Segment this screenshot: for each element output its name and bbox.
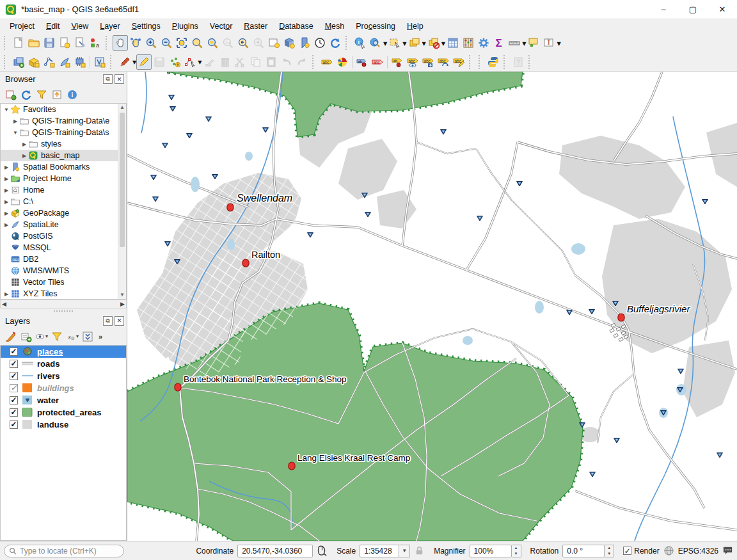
expand-arrow-icon[interactable]: ▶ bbox=[3, 199, 10, 205]
browser-hscrollbar[interactable]: ◀▶ bbox=[0, 300, 127, 308]
select-features-button[interactable] bbox=[387, 35, 402, 51]
layer-visibility-checkbox[interactable]: ✓ bbox=[10, 396, 18, 404]
layer-row-buildings[interactable]: ✓buildings bbox=[1, 382, 126, 394]
refresh-map-button[interactable] bbox=[328, 35, 343, 51]
toolbar-grip[interactable] bbox=[4, 36, 9, 50]
dock-splitter[interactable] bbox=[0, 308, 127, 314]
rotation-spinbox[interactable]: 0.0 ° ▲▼ bbox=[562, 545, 614, 557]
browser-item-basic-map[interactable]: ▶basic_map bbox=[1, 150, 126, 161]
open-attribute-table-button[interactable] bbox=[445, 35, 461, 51]
lock-scale-icon[interactable] bbox=[414, 545, 425, 556]
render-checkbox-box[interactable]: ✓ bbox=[623, 547, 631, 555]
measure-button[interactable] bbox=[507, 35, 522, 51]
toolbar-grip[interactable] bbox=[312, 55, 317, 69]
layer-labeling-options-button[interactable]: abc bbox=[319, 54, 335, 70]
menu-mesh[interactable]: Mesh bbox=[319, 20, 351, 32]
menu-vector[interactable]: Vector bbox=[204, 20, 238, 32]
zoom-out-button[interactable] bbox=[159, 35, 174, 51]
menu-raster[interactable]: Raster bbox=[238, 20, 273, 32]
move-label-diagram-button[interactable]: abc bbox=[420, 54, 436, 70]
messages-icon[interactable] bbox=[722, 545, 733, 556]
toolbar-grip[interactable] bbox=[4, 55, 9, 69]
layer-row-roads[interactable]: ✓roads bbox=[1, 358, 126, 370]
layer-visibility-checkbox[interactable]: ✓ bbox=[10, 384, 18, 392]
browser-item-mssql[interactable]: MSSQL bbox=[1, 242, 126, 253]
browser-item-postgis[interactable]: PostGIS bbox=[1, 230, 126, 242]
menu-processing[interactable]: Processing bbox=[350, 20, 401, 32]
identify-features-button[interactable]: i bbox=[353, 35, 368, 51]
text-annotation-dropdown-arrow[interactable]: ▾ bbox=[557, 38, 560, 48]
statistics-summary-button[interactable]: Σ bbox=[491, 35, 507, 51]
browser-item-c-[interactable]: ▶C:\ bbox=[1, 196, 126, 207]
toolbar-grip[interactable] bbox=[110, 55, 115, 69]
new-geopackage-layer-button[interactable] bbox=[26, 54, 42, 70]
magnifier-spin-buttons[interactable]: ▲▼ bbox=[512, 545, 521, 557]
scroll-up-arrow[interactable]: ▲ bbox=[118, 104, 126, 111]
layer-visibility-checkbox[interactable]: ✓ bbox=[10, 372, 18, 380]
coordinate-input[interactable]: 20.5470,-34.0360 bbox=[237, 545, 313, 557]
toolbar-grip[interactable] bbox=[479, 55, 484, 69]
close-button[interactable]: ✕ bbox=[708, 0, 737, 19]
rotate-label-button[interactable]: abc bbox=[436, 54, 451, 70]
new-3d-map-view-button[interactable] bbox=[281, 35, 297, 51]
menu-layer[interactable]: Layer bbox=[94, 20, 125, 32]
new-map-view-button[interactable] bbox=[266, 35, 281, 51]
deselect-features-button[interactable] bbox=[407, 35, 422, 51]
menu-edit[interactable]: Edit bbox=[40, 20, 66, 32]
filter-browser-button[interactable] bbox=[35, 88, 49, 102]
layer-visibility-checkbox[interactable]: ✓ bbox=[10, 360, 18, 368]
expand-arrow-icon[interactable]: ▶ bbox=[3, 291, 10, 297]
data-source-manager-button[interactable] bbox=[11, 54, 26, 70]
browser-item-wms-wmts[interactable]: WMS/WMTS bbox=[1, 265, 126, 276]
menu-plugins[interactable]: Plugins bbox=[166, 20, 204, 32]
maximize-button[interactable]: ▢ bbox=[678, 0, 708, 19]
toolbar-grip[interactable] bbox=[503, 55, 509, 69]
move-label-button[interactable]: ab bbox=[390, 54, 405, 70]
scale-dropdown-arrow[interactable]: ▼ bbox=[399, 545, 410, 557]
refresh-browser-button[interactable] bbox=[19, 88, 33, 102]
style-manager-button[interactable]: a bbox=[88, 35, 103, 51]
temporal-controller-button[interactable] bbox=[312, 35, 328, 51]
scroll-down-arrow[interactable]: ▼ bbox=[118, 291, 126, 299]
map-tips-button[interactable] bbox=[526, 35, 541, 51]
add-point-feature-button[interactable] bbox=[167, 54, 182, 70]
new-shapefile-layer-button[interactable] bbox=[42, 54, 57, 70]
manage-map-themes-button[interactable]: ▾ bbox=[35, 330, 49, 344]
zoom-in-button[interactable] bbox=[143, 35, 159, 51]
crs-value[interactable]: EPSG:4326 bbox=[678, 547, 718, 556]
python-console-button[interactable] bbox=[486, 54, 501, 70]
expand-arrow-icon[interactable]: ▶ bbox=[3, 164, 10, 170]
browser-vscrollbar[interactable]: ▲▼ bbox=[118, 104, 126, 299]
layout-manager-button[interactable] bbox=[72, 35, 88, 51]
pan-map-button[interactable] bbox=[113, 35, 128, 51]
minimize-button[interactable]: – bbox=[649, 0, 678, 19]
browser-item-styles[interactable]: ▶styles bbox=[1, 138, 126, 150]
render-checkbox[interactable]: ✓ Render bbox=[623, 547, 659, 556]
vertex-tool-button[interactable] bbox=[182, 54, 198, 70]
browser-item-spatialite[interactable]: ▶SpatiaLite bbox=[1, 219, 126, 230]
layer-row-protected_areas[interactable]: ✓protected_areas bbox=[1, 406, 126, 419]
add-selected-layers-button[interactable] bbox=[4, 88, 18, 102]
layer-diagram-options-button[interactable] bbox=[335, 54, 350, 70]
properties-widget-button[interactable]: i bbox=[65, 88, 79, 102]
menu-settings[interactable]: Settings bbox=[126, 20, 166, 32]
layer-visibility-checkbox[interactable]: ✓ bbox=[10, 348, 18, 356]
layer-row-landuse[interactable]: ✓landuse bbox=[1, 419, 126, 431]
show-hide-labels-button[interactable]: abc bbox=[405, 54, 420, 70]
menu-project[interactable]: Project bbox=[4, 20, 40, 32]
browser-item-xyz-tiles[interactable]: ▶XYZ Tiles bbox=[1, 288, 126, 300]
toggle-editing-button[interactable] bbox=[136, 54, 152, 70]
expand-collapse-all-button[interactable] bbox=[81, 330, 95, 344]
layer-visibility-checkbox[interactable]: ✓ bbox=[10, 420, 18, 429]
browser-item-qgis-training-data-s[interactable]: ▼QGIS-Training-Data\s bbox=[1, 127, 126, 138]
extents-toggle-icon[interactable] bbox=[317, 545, 328, 556]
scroll-thumb[interactable] bbox=[120, 113, 125, 247]
menu-view[interactable]: View bbox=[65, 20, 94, 32]
toolbar-grip[interactable] bbox=[345, 36, 351, 50]
browser-float-button[interactable]: ⧉ bbox=[103, 74, 113, 84]
save-project-button[interactable] bbox=[42, 35, 57, 51]
browser-item-db2[interactable]: DB2DB2 bbox=[1, 253, 126, 265]
layer-row-rivers[interactable]: ✓rivers bbox=[1, 370, 126, 382]
deselect-all-layers-button[interactable] bbox=[426, 35, 441, 51]
layers-close-button[interactable]: ✕ bbox=[115, 316, 124, 326]
